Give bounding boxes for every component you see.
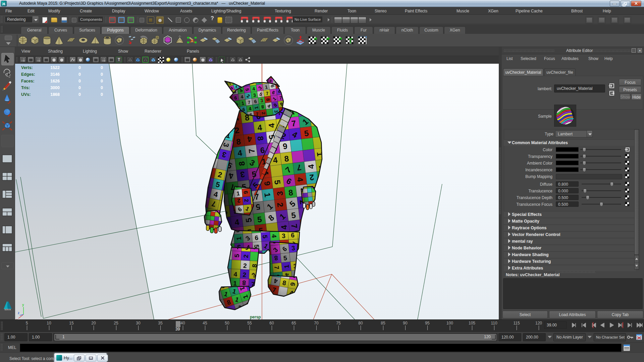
svg-text:0: 0 <box>101 79 103 83</box>
svg-text:MAYA: MAYA <box>5 308 11 311</box>
svg-text:0: 0 <box>78 65 81 70</box>
svg-text:Tris:: Tris: <box>21 85 30 90</box>
svg-text:UVs:: UVs: <box>21 92 31 97</box>
svg-text:Edges:: Edges: <box>21 72 35 77</box>
svg-text:Verts:: Verts: <box>21 65 33 70</box>
svg-text:3000: 3000 <box>50 85 60 90</box>
svg-text:1522: 1522 <box>50 65 60 70</box>
svg-text:0: 0 <box>78 92 81 97</box>
svg-text:0: 0 <box>101 92 103 97</box>
svg-text:Faces:: Faces: <box>21 79 35 83</box>
svg-text:0: 0 <box>101 65 103 70</box>
svg-text:0: 0 <box>101 72 103 77</box>
svg-text:persp: persp <box>250 315 261 319</box>
svg-text:0: 0 <box>78 79 81 83</box>
svg-text:0: 0 <box>78 72 81 77</box>
svg-text:1626: 1626 <box>50 79 60 83</box>
svg-text:3146: 3146 <box>50 72 60 77</box>
svg-text:0: 0 <box>78 85 81 90</box>
svg-text:0: 0 <box>101 85 103 90</box>
svg-text:1868: 1868 <box>50 92 60 97</box>
svg-text:z: z <box>18 311 19 315</box>
svg-text:y: y <box>22 303 24 307</box>
